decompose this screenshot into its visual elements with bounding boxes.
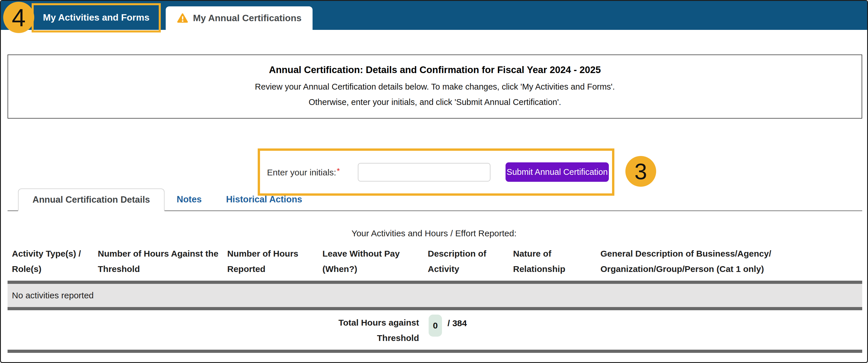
column-leave-without-pay: Leave Without Pay (When?) [318, 246, 424, 276]
column-general-description-line1: General Description of Business/Agency/ [600, 246, 862, 261]
callout-step-3-number: 3 [634, 158, 647, 185]
total-hours-label-line2: Threshold [7, 330, 419, 345]
initials-label: Enter your initials:* [267, 167, 340, 177]
tab-my-annual-certifications[interactable]: My Annual Certifications [166, 6, 313, 30]
total-hours-label: Total Hours against Threshold [7, 315, 419, 345]
callout-step-4-number: 4 [12, 3, 26, 32]
tab-my-activities-and-forms-label: My Activities and Forms [43, 5, 150, 30]
column-description-of-activity-line2: Activity [428, 261, 509, 276]
banner-instruction-2: Otherwise, enter your initials, and clic… [309, 95, 561, 110]
required-asterisk: * [337, 167, 340, 175]
activities-table-header: Activity Type(s) / Role(s) Number of Hou… [7, 246, 862, 276]
activities-table: Activity Type(s) / Role(s) Number of Hou… [7, 246, 862, 353]
warning-icon [177, 13, 188, 24]
column-nature-of-relationship-line1: Nature of [513, 246, 596, 261]
empty-activities-message: No activities reported [12, 291, 94, 300]
banner-title: Annual Certification: Details and Confir… [269, 64, 601, 76]
initials-input[interactable] [358, 163, 491, 182]
column-activity-type-line1: Activity Type(s) / [12, 246, 93, 261]
column-nature-of-relationship: Nature of Relationship [509, 246, 596, 276]
column-general-description-line2: Organization/Group/Person (Cat 1 only) [600, 261, 862, 276]
tab-my-activities-and-forms[interactable]: My Activities and Forms [32, 3, 161, 32]
column-hours-reported-line2: Reported [227, 261, 318, 276]
activities-table-caption: Your Activities and Hours / Effort Repor… [1, 228, 867, 238]
annual-certification-page: 4 My Activities and Forms My Annual Cert… [0, 0, 868, 363]
table-divider-top [7, 280, 862, 284]
total-hours-threshold: / 384 [447, 318, 467, 328]
column-hours-against-threshold: Number of Hours Against the Threshold [93, 246, 223, 276]
banner-instruction-1: Review your Annual Certification details… [255, 79, 615, 95]
total-hours-label-line1: Total Hours against [7, 315, 419, 330]
column-leave-without-pay-line2: (When?) [322, 261, 424, 276]
initials-label-text: Enter your initials: [267, 168, 336, 177]
tab-notes[interactable]: Notes [164, 189, 214, 210]
callout-step-3: 3 [625, 156, 656, 187]
certification-banner: Annual Certification: Details and Confir… [7, 55, 862, 119]
column-description-of-activity: Description of Activity [424, 246, 509, 276]
column-activity-type-line2: Role(s) [12, 261, 93, 276]
submit-annual-certification-button[interactable]: Submit Annual Certification [505, 162, 609, 182]
tab-my-annual-certifications-label: My Annual Certifications [193, 13, 302, 24]
column-leave-without-pay-line1: Leave Without Pay [322, 246, 424, 261]
tab-annual-certification-details[interactable]: Annual Certification Details [18, 189, 164, 211]
column-nature-of-relationship-line2: Relationship [513, 261, 596, 276]
column-hours-reported: Number of Hours Reported [223, 246, 318, 276]
total-hours-value-badge: 0 [429, 315, 442, 337]
totals-row: Total Hours against Threshold 0 / 384 [7, 310, 862, 350]
table-divider-middle [7, 307, 862, 310]
empty-activities-row: No activities reported [7, 284, 862, 307]
column-description-of-activity-line1: Description of [428, 246, 509, 261]
column-hours-against-threshold-line1: Number of Hours Against the [98, 246, 223, 261]
total-hours-value: 0 [433, 321, 438, 331]
table-divider-bottom [7, 350, 862, 353]
column-general-description: General Description of Business/Agency/ … [596, 246, 862, 276]
initials-form: Enter your initials:* Submit Annual Cert… [258, 148, 614, 196]
column-hours-reported-line1: Number of Hours [227, 246, 318, 261]
column-hours-against-threshold-line2: Threshold [98, 261, 223, 276]
column-activity-type: Activity Type(s) / Role(s) [7, 246, 93, 276]
callout-step-4: 4 [3, 2, 34, 33]
